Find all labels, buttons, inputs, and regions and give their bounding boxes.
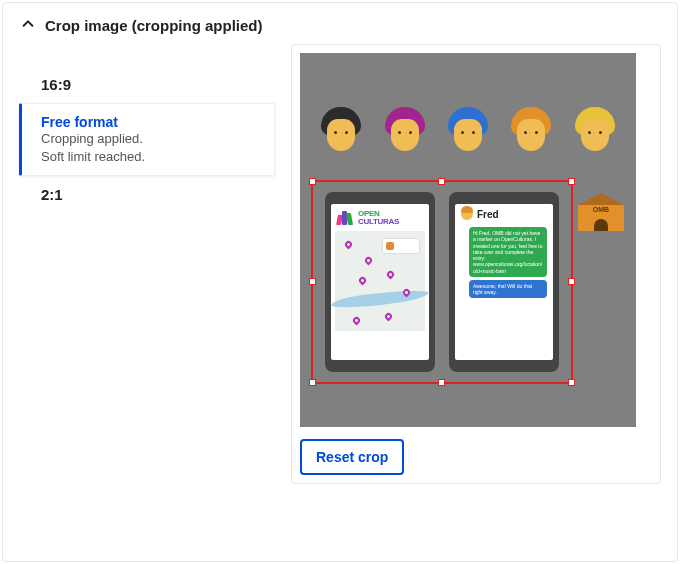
map-pin-icon bbox=[344, 240, 354, 250]
openculturas-logo: OPEN CULTURAS bbox=[335, 208, 425, 229]
actions-row: Reset crop bbox=[300, 427, 652, 475]
chevron-up-icon bbox=[21, 17, 35, 34]
tab-label: 2:1 bbox=[41, 186, 261, 203]
chat-header: Fred bbox=[459, 208, 549, 224]
tab-label: Free format bbox=[41, 114, 260, 130]
chat-message: Hi Fred, OMB did not yet have a marker o… bbox=[469, 227, 547, 277]
crop-image-panel: Crop image (cropping applied) 16:9 Free … bbox=[2, 2, 678, 562]
aspect-ratio-tabs: 16:9 Free format Cropping applied. Soft … bbox=[19, 44, 275, 484]
crop-handle-top-left[interactable] bbox=[309, 178, 316, 185]
phones-illustration: OPEN CULTURAS bbox=[313, 182, 571, 382]
map-pin-icon bbox=[386, 270, 396, 280]
crop-handle-bottom-mid[interactable] bbox=[438, 379, 445, 386]
crop-handle-top-right[interactable] bbox=[568, 178, 575, 185]
tab-label: 16:9 bbox=[41, 76, 261, 93]
person-icon bbox=[509, 107, 553, 155]
tab-free-format[interactable]: Free format Cropping applied. Soft limit… bbox=[19, 103, 275, 176]
map-pin-icon bbox=[364, 256, 374, 266]
person-icon bbox=[383, 107, 427, 155]
people-illustration bbox=[300, 107, 636, 155]
panel-title: Crop image (cropping applied) bbox=[45, 17, 263, 34]
tab-16-9[interactable]: 16:9 bbox=[19, 66, 275, 103]
crop-handle-mid-left[interactable] bbox=[309, 278, 316, 285]
map-pin-icon bbox=[358, 276, 368, 286]
tab-subtext: Soft limit reached. bbox=[41, 148, 260, 166]
phone-left: OPEN CULTURAS bbox=[325, 192, 435, 372]
map-illustration bbox=[335, 231, 425, 331]
chat-message: Awesome, tha! Will do that right away. bbox=[469, 280, 547, 299]
tab-2-1[interactable]: 2:1 bbox=[19, 176, 275, 213]
crop-handle-bottom-right[interactable] bbox=[568, 379, 575, 386]
image-preview[interactable]: OMB OPEN CULTURAS bbox=[300, 53, 636, 427]
map-card-icon bbox=[383, 239, 419, 253]
map-pin-icon bbox=[402, 288, 412, 298]
building-illustration: OMB bbox=[578, 193, 624, 231]
phone-right: Fred Hi Fred, OMB did not yet have a mar… bbox=[449, 192, 559, 372]
person-icon bbox=[446, 107, 490, 155]
person-icon bbox=[573, 107, 617, 155]
reset-crop-button[interactable]: Reset crop bbox=[300, 439, 404, 475]
avatar-icon bbox=[461, 208, 473, 220]
map-pin-icon bbox=[352, 316, 362, 326]
tab-subtext: Cropping applied. bbox=[41, 130, 260, 148]
crop-handle-mid-right[interactable] bbox=[568, 278, 575, 285]
panel-header[interactable]: Crop image (cropping applied) bbox=[3, 3, 677, 44]
person-icon bbox=[319, 107, 363, 155]
crop-selection[interactable]: OPEN CULTURAS bbox=[311, 180, 573, 384]
panel-body: 16:9 Free format Cropping applied. Soft … bbox=[3, 44, 677, 500]
crop-handle-bottom-left[interactable] bbox=[309, 379, 316, 386]
building-label: OMB bbox=[578, 206, 624, 213]
preview-pane: OMB OPEN CULTURAS bbox=[291, 44, 661, 484]
map-pin-icon bbox=[384, 312, 394, 322]
chat-name: Fred bbox=[477, 209, 499, 220]
crop-handle-top-mid[interactable] bbox=[438, 178, 445, 185]
